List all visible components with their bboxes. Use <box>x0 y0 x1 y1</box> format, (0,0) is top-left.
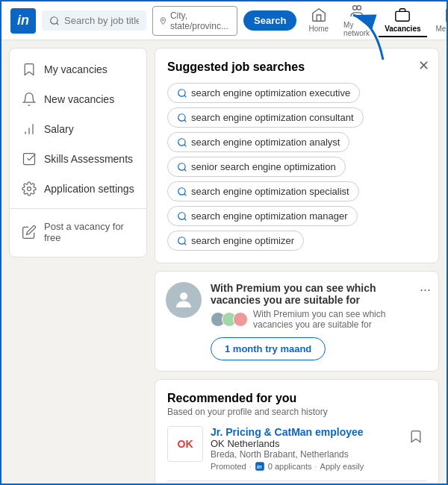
try-premium-button[interactable]: 1 month try maand <box>211 337 326 360</box>
tag-label-0: search engine optimization executive <box>191 87 350 98</box>
sidebar-skills-label: Skills Assessments <box>44 153 133 165</box>
person-icon <box>172 289 195 311</box>
job-promoted-0: Promoted <box>211 462 246 471</box>
recommended-title: Recommended for you <box>167 392 426 405</box>
bookmark-job-0[interactable] <box>405 426 426 449</box>
job-meta-0: Promoted · in 0 applicants · Apply easil… <box>211 461 398 472</box>
tag-label-1: search engine optimization consultant <box>191 112 354 123</box>
svg-point-22 <box>178 212 185 219</box>
sidebar-item-salary[interactable]: Salary <box>10 114 146 144</box>
linkedin-logo[interactable]: in <box>10 8 36 34</box>
premium-title: With Premium you can see which vacancies… <box>211 282 428 306</box>
sidebar-divider <box>10 208 146 209</box>
search-button[interactable]: Search <box>243 10 296 31</box>
job-company-0: OK Netherlands <box>211 438 398 449</box>
svg-point-11 <box>28 187 31 191</box>
svg-line-21 <box>184 193 187 195</box>
tag-1[interactable]: search engine optimization consultant <box>167 107 364 128</box>
premium-more-button[interactable]: ... <box>420 279 431 295</box>
tag-2[interactable]: search engine optimization analyst <box>167 132 349 152</box>
premium-card: With Premium you can see which vacancies… <box>155 271 439 372</box>
main-layout: My vacancies New vacancies Salary Skills… <box>1 40 447 485</box>
svg-rect-5 <box>396 11 409 21</box>
tag-search-icon-2 <box>177 137 187 148</box>
tag-label-2: search engine optimization analyst <box>191 137 340 148</box>
svg-line-25 <box>184 242 187 245</box>
premium-subtitle: With Premium you can see which vacancies… <box>211 309 428 330</box>
nav-home-label: Home <box>308 25 329 33</box>
search-input[interactable] <box>64 15 139 26</box>
blue-arrow <box>331 7 391 67</box>
tag-search-icon-0 <box>177 88 187 98</box>
logo-text: in <box>17 13 29 28</box>
job-search-bar[interactable] <box>42 10 146 31</box>
home-icon <box>311 7 327 23</box>
suggested-searches-card: Suggested job searches ✕ search engine o… <box>155 48 439 263</box>
tag-5[interactable]: search engine optimization manager <box>167 206 358 226</box>
sidebar-settings-label: Application settings <box>44 183 134 195</box>
svg-point-16 <box>178 138 185 145</box>
linkedin-small-icon-0: in <box>255 461 265 472</box>
tag-6[interactable]: search engine optimizer <box>167 231 304 251</box>
job-item-0: OK Jr. Pricing & CatMan employee OK Neth… <box>167 426 426 481</box>
location-bar[interactable]: City, state/provinc... <box>152 6 237 36</box>
mini-avatars <box>211 312 244 327</box>
sidebar-item-settings[interactable]: Application settings <box>10 174 146 204</box>
job-location-0: Breda, North Brabant, Netherlands <box>211 449 398 460</box>
tag-label-5: search engine optimization manager <box>191 210 348 222</box>
messages-icon <box>444 7 448 23</box>
mini-avatar-3 <box>233 312 248 327</box>
sidebar-new-vacancies-label: New vacancies <box>44 93 114 105</box>
svg-rect-10 <box>24 154 35 165</box>
job-title-0[interactable]: Jr. Pricing & CatMan employee <box>211 426 398 438</box>
job-apply-0: Apply easily <box>320 462 364 471</box>
job-info-0: Jr. Pricing & CatMan employee OK Netherl… <box>211 426 398 472</box>
svg-line-1 <box>57 22 59 25</box>
tag-search-icon-1 <box>177 113 187 123</box>
tag-4[interactable]: search engine optimization specialist <box>167 181 359 201</box>
tag-label-6: search engine optimizer <box>191 235 294 246</box>
nav-messages[interactable]: Messages <box>430 4 449 37</box>
tag-search-icon-3 <box>177 162 187 172</box>
recommended-card: Recommended for you Based on your profil… <box>155 379 439 485</box>
recommended-subtitle: Based on your profile and search history <box>167 407 426 417</box>
sidebar: My vacancies New vacancies Salary Skills… <box>9 48 147 257</box>
content-area: Suggested job searches ✕ search engine o… <box>147 40 447 485</box>
tag-search-icon-6 <box>177 236 187 246</box>
premium-content: With Premium you can see which vacancies… <box>211 282 428 360</box>
svg-line-13 <box>184 95 187 97</box>
svg-line-15 <box>184 119 187 122</box>
svg-point-24 <box>178 237 185 243</box>
ok-logo-text: OK <box>178 438 193 450</box>
svg-point-26 <box>180 292 187 300</box>
svg-point-20 <box>178 187 185 194</box>
sidebar-item-post-vacancy[interactable]: Post a vacancy for free <box>10 213 146 251</box>
sidebar-item-my-vacancies[interactable]: My vacancies <box>10 54 146 84</box>
sidebar-salary-label: Salary <box>44 123 74 135</box>
nav-home[interactable]: Home <box>302 4 335 37</box>
svg-line-17 <box>184 144 187 146</box>
chart-icon <box>22 122 37 137</box>
gear-icon <box>22 181 37 196</box>
sidebar-item-skills[interactable]: Skills Assessments <box>10 144 146 174</box>
svg-text:in: in <box>257 463 262 470</box>
svg-point-12 <box>178 89 185 96</box>
tag-3[interactable]: senior search engine optimization <box>167 157 346 177</box>
svg-point-18 <box>178 163 185 169</box>
tag-0[interactable]: search engine optimization executive <box>167 83 360 103</box>
nav-messages-label: Messages <box>436 25 449 33</box>
pencil-icon <box>22 225 37 240</box>
svg-point-2 <box>162 19 164 20</box>
sidebar-my-vacancies-label: My vacancies <box>44 63 108 75</box>
checkbox-icon <box>22 151 37 166</box>
location-icon <box>159 16 167 26</box>
premium-sub-text: With Premium you can see which vacancies… <box>253 309 428 330</box>
bookmark-icon-0 <box>408 429 423 444</box>
close-suggested-button[interactable]: ✕ <box>418 57 429 74</box>
location-placeholder: City, state/provinc... <box>170 10 231 31</box>
sidebar-item-new-vacancies[interactable]: New vacancies <box>10 84 146 114</box>
post-vacancy-label: Post a vacancy for free <box>44 221 134 243</box>
bookmark-icon <box>22 62 37 77</box>
job-applicants-0: 0 applicants <box>268 462 312 471</box>
vacancies-icon <box>394 7 411 23</box>
